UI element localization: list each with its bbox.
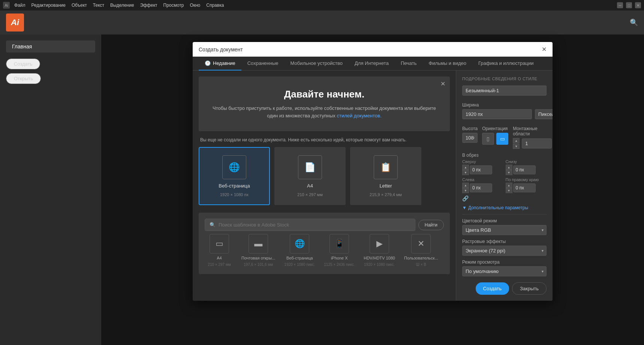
bleed-left-down[interactable]: ▼	[462, 188, 469, 193]
modal-title: Создать документ	[199, 46, 243, 52]
bleed-left-input[interactable]	[470, 183, 492, 192]
bottom-icon-webpage[interactable]: 🌐 Веб-страница 1920 × 1080 пикс.	[284, 234, 315, 267]
search-button[interactable]: Найти	[418, 220, 444, 230]
iphone-icon: 📱	[329, 234, 349, 254]
tab-web[interactable]: Для Интернета	[349, 57, 395, 70]
template-size-web: 1920 × 1080 пх	[220, 192, 249, 197]
postcard-icon: ▬	[249, 234, 268, 254]
width-input[interactable]	[462, 109, 532, 119]
height-input[interactable]	[462, 133, 478, 143]
maximize-button[interactable]: □	[626, 2, 632, 8]
custom-size: Ш × В	[416, 262, 426, 267]
bottom-icon-postcard[interactable]: ▬ Почтовая откры... 197,6 × 101,6 мм	[241, 234, 275, 267]
menu-edit[interactable]: Редактирование	[31, 3, 66, 8]
menu-help[interactable]: Справка	[206, 3, 224, 8]
search-icon[interactable]: 🔍	[630, 18, 638, 27]
open-button[interactable]: Открыть	[6, 73, 41, 84]
create-button[interactable]: Создать	[6, 58, 40, 69]
unit-select-wrapper: Пиксели Миллиметры Дюймы Сантиметры	[535, 109, 553, 119]
artboards-down-button[interactable]: ▼	[513, 144, 520, 149]
menu-file[interactable]: Файл	[14, 3, 25, 8]
bleed-left-arrows: ▲ ▼	[462, 183, 469, 193]
bleed-top-input[interactable]	[470, 165, 492, 174]
bleed-left-field: Слева ▲ ▼	[462, 177, 503, 193]
landscape-button[interactable]: ▭	[496, 133, 508, 145]
hdv-icon: ▶	[370, 234, 389, 254]
webpage-size: 1920 × 1080 пикс.	[284, 262, 315, 267]
bleed-right-up[interactable]: ▲	[506, 183, 512, 188]
orientation-buttons: ▯ ▭	[482, 133, 508, 145]
menu-window[interactable]: Окно	[190, 3, 200, 8]
bleed-bottom-down[interactable]: ▼	[506, 170, 512, 175]
artboards-input[interactable]	[522, 138, 552, 148]
template-card-a4[interactable]: 📄 A4 210 × 297 мм	[274, 147, 346, 205]
raster-effects-label: Растровые эффекты	[462, 239, 547, 244]
hdv-label: HDV/HDTV 1080	[364, 256, 395, 260]
tab-graphics[interactable]: Графика и иллюстрации	[472, 57, 539, 70]
bottom-template-icons: ▭ A4 210 × 297 мм ▬ Почтовая откры... 19…	[205, 231, 444, 268]
bleed-left-up[interactable]: ▲	[462, 183, 469, 188]
artboards-arrows: ▲ ▼	[513, 138, 520, 149]
bottom-icon-iphone[interactable]: 📱 iPhone X 1125 × 2436 пикс.	[324, 234, 355, 267]
close-panel-button[interactable]: Закрыть	[512, 282, 547, 295]
search-icon: 🔍	[210, 222, 216, 228]
search-input[interactable]	[219, 222, 410, 228]
advanced-toggle[interactable]: ▼ Дополнительные параметры	[462, 205, 547, 210]
menu-select[interactable]: Выделение	[110, 3, 134, 8]
template-card-web[interactable]: 🌐 Веб-страница 1920 × 1080 пх	[199, 147, 270, 205]
template-name-a4: A4	[307, 183, 313, 189]
raster-effects-select[interactable]: Экранное (72 ppi) Среднее (150 ppi) Высо…	[462, 246, 547, 256]
sidebar-item-home[interactable]: Главная	[6, 40, 95, 52]
link-bleed-icon[interactable]: 🔗	[462, 195, 547, 201]
tab-film[interactable]: Фильмы и видео	[422, 57, 472, 70]
bleed-right-arrows: ▲ ▼	[506, 183, 512, 193]
app-logo: Ai	[6, 14, 24, 32]
search-box: 🔍	[205, 219, 415, 231]
bottom-icon-custom[interactable]: ✕ Пользовательск... Ш × В	[404, 234, 438, 267]
menu-object[interactable]: Объект	[72, 3, 87, 8]
bleed-left-label: Слева	[462, 177, 503, 182]
orientation-label: Ориентация	[482, 126, 508, 131]
bleed-right-input[interactable]	[513, 183, 536, 192]
appbar: Ai 🔍	[0, 10, 644, 34]
template-cards-container: 🌐 Веб-страница 1920 × 1080 пх 📄 A4 210 ×…	[199, 147, 450, 205]
bleed-right-down[interactable]: ▼	[506, 188, 512, 193]
hdv-size: 1920 × 1080 пикс.	[364, 262, 395, 267]
tab-print[interactable]: Печать	[395, 57, 423, 70]
unit-select[interactable]: Пиксели Миллиметры Дюймы Сантиметры	[535, 109, 553, 119]
document-name-input[interactable]	[462, 86, 547, 96]
tab-recent[interactable]: 🕐 Недавние	[199, 57, 241, 70]
template-card-letter[interactable]: 📋 Letter 215,9 × 279,4 мм	[350, 147, 421, 205]
bleed-bottom-up[interactable]: ▲	[506, 165, 512, 170]
preview-mode-select[interactable]: По умолчанию Пиксельный Оверпринт	[462, 266, 547, 276]
bottom-icon-a4[interactable]: ▭ A4 210 × 297 мм	[206, 234, 232, 267]
color-mode-select[interactable]: Цвета RGB CMYK	[462, 225, 547, 235]
banner-subtitle: Чтобы быстро приступить к работе, исполь…	[208, 105, 441, 119]
close-window-button[interactable]: ✕	[635, 2, 641, 8]
menu-effect[interactable]: Эффект	[140, 3, 157, 8]
menu-view[interactable]: Просмотр	[163, 3, 184, 8]
artboards-up-button[interactable]: ▲	[513, 138, 520, 143]
doc-styles-link[interactable]: стилей документов.	[337, 113, 381, 118]
preview-mode-label: Режим просмотра	[462, 260, 547, 265]
bleed-top-up[interactable]: ▲	[462, 165, 469, 170]
template-size-letter: 215,9 × 279,4 мм	[370, 192, 402, 197]
tab-mobile[interactable]: Мобильное устройство	[285, 57, 349, 70]
width-label: Ширина	[462, 102, 547, 108]
tab-saved[interactable]: Сохраненные	[241, 57, 285, 70]
create-document-button[interactable]: Создать	[476, 282, 509, 295]
bleed-section: В обрез Сверху ▲ ▼	[462, 153, 547, 201]
banner-close-button[interactable]: ✕	[440, 80, 445, 87]
modal-right-panel: ПОДРОБНЫЕ СВЕДЕНИЯ О СТИЛЕ Ширина Пиксел…	[456, 70, 553, 301]
bleed-bottom-input[interactable]	[513, 165, 536, 174]
bleed-label: В обрез	[462, 153, 547, 158]
web-template-icon: 🌐	[222, 155, 246, 179]
main-area: Создать документ ✕ 🕐 Недавние Сохраненны…	[101, 34, 644, 345]
artboards-section: Монтажные области ▲ ▼	[513, 122, 552, 149]
minimize-button[interactable]: ─	[617, 2, 623, 8]
bleed-top-down[interactable]: ▼	[462, 170, 469, 175]
portrait-button[interactable]: ▯	[482, 133, 494, 145]
modal-close-button[interactable]: ✕	[542, 46, 547, 53]
menu-text[interactable]: Текст	[93, 3, 104, 8]
bottom-icon-hdv[interactable]: ▶ HDV/HDTV 1080 1920 × 1080 пикс.	[364, 234, 395, 267]
